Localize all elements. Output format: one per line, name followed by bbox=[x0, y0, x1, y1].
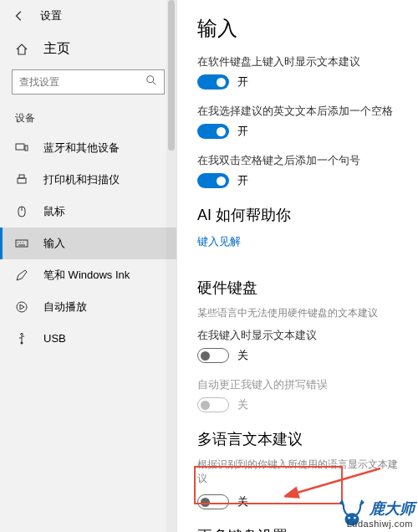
toggle-add-period[interactable] bbox=[197, 173, 229, 188]
sidebar-item-label: 打印机和扫描仪 bbox=[43, 172, 120, 187]
section-multilang-title: 多语言文本建议 bbox=[197, 429, 398, 449]
toggle-hw-autocorrect bbox=[197, 397, 229, 412]
toggle-state: 关 bbox=[237, 398, 248, 412]
toggle-state: 开 bbox=[237, 75, 248, 90]
sidebar-item-label: 笔和 Windows Ink bbox=[43, 268, 130, 283]
search-box[interactable] bbox=[12, 69, 165, 95]
header-row: 设置 bbox=[0, 0, 176, 32]
printer-icon bbox=[15, 173, 28, 187]
sidebar-item-bluetooth[interactable]: 蓝牙和其他设备 bbox=[0, 132, 176, 164]
toggle-state: 关 bbox=[237, 349, 248, 363]
watermark-brand: 鹿大师 bbox=[370, 500, 415, 517]
sidebar-item-label: 输入 bbox=[43, 236, 65, 251]
sidebar-item-mouse[interactable]: 鼠标 bbox=[0, 196, 176, 228]
setting-label: 在软件键盘上键入时显示文本建议 bbox=[197, 55, 398, 69]
svg-rect-4 bbox=[19, 175, 24, 178]
setting-label: 在我选择建议的英文文本后添加一个空格 bbox=[197, 105, 398, 119]
sidebar-item-printers[interactable]: 打印机和扫描仪 bbox=[0, 164, 176, 196]
sidebar-item-label: 鼠标 bbox=[43, 204, 65, 219]
section-ai-title: AI 如何帮助你 bbox=[197, 205, 398, 225]
sidebar-item-pen[interactable]: 笔和 Windows Ink bbox=[0, 259, 176, 291]
main-content: 输入 在软件键盘上键入时显示文本建议 开 在我选择建议的英文文本后添加一个空格 … bbox=[177, 0, 418, 532]
search-icon bbox=[145, 74, 157, 90]
mouse-icon bbox=[15, 205, 28, 218]
sidebar-item-typing[interactable]: 输入 bbox=[0, 228, 176, 259]
sidebar-item-label: USB bbox=[43, 332, 66, 345]
svg-point-0 bbox=[147, 76, 154, 83]
svg-rect-1 bbox=[16, 144, 24, 150]
search-input[interactable] bbox=[19, 76, 145, 88]
sidebar: 设置 主页 设备 蓝牙和其他设备 打印机和扫描仪 鼠标 输入 笔和 Window… bbox=[0, 0, 177, 532]
section-label: 设备 bbox=[0, 106, 176, 132]
svg-rect-3 bbox=[18, 178, 26, 183]
toggle-hw-suggestions[interactable] bbox=[197, 348, 229, 363]
sidebar-item-autoplay[interactable]: 自动播放 bbox=[0, 291, 176, 323]
setting-label: 自动更正我键入的拼写错误 bbox=[197, 378, 398, 392]
toggle-add-space[interactable] bbox=[197, 124, 229, 139]
home-row[interactable]: 主页 bbox=[0, 32, 176, 66]
sidebar-item-label: 自动播放 bbox=[43, 299, 87, 315]
toggle-software-keyboard-suggestions[interactable] bbox=[197, 74, 229, 90]
watermark: 鹿大师 Ludashiwj.com bbox=[338, 499, 415, 529]
hardware-desc: 某些语言中无法使用硬件键盘的文本建议 bbox=[197, 306, 398, 320]
section-hardware-title: 硬件键盘 bbox=[197, 278, 398, 298]
keyboard-icon bbox=[15, 237, 28, 250]
toggle-state: 开 bbox=[237, 174, 248, 188]
watermark-url: Ludashiwj.com bbox=[347, 519, 413, 529]
back-icon[interactable] bbox=[12, 8, 27, 23]
page-title: 输入 bbox=[197, 15, 398, 42]
bluetooth-icon bbox=[15, 141, 28, 155]
sidebar-item-label: 蓝牙和其他设备 bbox=[43, 141, 120, 156]
home-icon bbox=[15, 43, 28, 56]
usb-icon bbox=[15, 331, 28, 345]
sidebar-item-usb[interactable]: USB bbox=[0, 323, 176, 353]
toggle-multilang[interactable] bbox=[197, 494, 229, 509]
setting-label: 在我双击空格键之后添加一个句号 bbox=[197, 154, 398, 168]
home-label: 主页 bbox=[43, 40, 70, 58]
multilang-desc: 根据识别到的你键入所使用的语言显示文本建议 bbox=[197, 458, 398, 486]
pen-icon bbox=[15, 269, 28, 282]
svg-point-13 bbox=[21, 342, 23, 345]
autoplay-icon bbox=[15, 300, 28, 314]
svg-rect-7 bbox=[16, 240, 28, 247]
sidebar-scrollbar[interactable] bbox=[166, 0, 176, 532]
toggle-state: 关 bbox=[237, 495, 248, 509]
link-typing-insights[interactable]: 键入见解 bbox=[197, 235, 241, 249]
svg-point-12 bbox=[17, 302, 27, 312]
setting-label: 在我键入时显示文本建议 bbox=[197, 329, 398, 343]
toggle-state: 开 bbox=[237, 125, 248, 139]
app-title: 设置 bbox=[40, 8, 62, 23]
svg-rect-2 bbox=[25, 146, 28, 151]
